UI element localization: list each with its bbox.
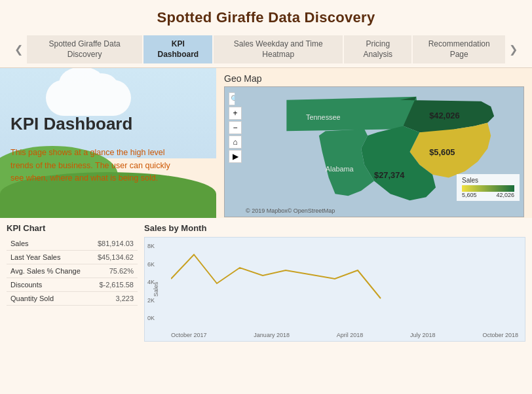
kpi-row-label: Last Year Sales xyxy=(7,251,90,264)
map-home[interactable]: ⌂ xyxy=(229,135,242,149)
y-label-8k: 8K xyxy=(147,243,155,249)
tab-spotted-giraffe[interactable]: Spotted Giraffe Data Discovery xyxy=(27,35,142,63)
legend-labels: 5,605 42,026 xyxy=(462,192,514,198)
geo-map-panel: Geo Map 🔍 + − ⌂ ▶ xyxy=(216,68,532,218)
nav-prev-arrow[interactable]: ❮ xyxy=(10,43,27,56)
kpi-table-row: Avg. Sales % Change75.62% xyxy=(7,264,138,278)
nav-tabs: Spotted Giraffe Data Discovery KPI Dashb… xyxy=(27,35,505,63)
tab-sales-heatmap[interactable]: Sales Weekday and Time Heatmap xyxy=(214,35,343,63)
kpi-description: This page shows at a glance the high lev… xyxy=(10,147,181,185)
y-axis-labels: 8K 6K 4K 2K 0K xyxy=(147,243,155,321)
alabama-label: Alabama xyxy=(326,165,354,173)
kpi-row-value: $81,914.03 xyxy=(90,237,138,251)
y-label-0k: 0K xyxy=(147,315,155,321)
map-arrow[interactable]: ▶ xyxy=(229,150,242,163)
tab-kpi-dashboard[interactable]: KPI Dashboard xyxy=(143,35,212,63)
x-label-jan18: January 2018 xyxy=(254,332,290,338)
sales-month-title: Sales by Month xyxy=(144,223,525,233)
map-credit: © 2019 Mapbox© OpenStreetMap xyxy=(246,207,335,214)
line-chart-polyline xyxy=(171,255,381,298)
legend-max: 42,026 xyxy=(496,192,514,198)
kpi-row-label: Avg. Sales % Change xyxy=(7,264,90,278)
map-zoom-in[interactable]: + xyxy=(229,107,242,120)
x-label-apr18: April 2018 xyxy=(337,332,364,338)
map-controls: + − ⌂ ▶ xyxy=(229,107,242,163)
sales-month-section: Sales by Month Sales 8K 6K 4K 2K 0K Octo… xyxy=(144,223,525,344)
kpi-row-value: $-2,615.58 xyxy=(90,278,138,292)
x-axis-labels: October 2017 January 2018 April 2018 Jul… xyxy=(171,332,518,338)
x-label-oct18: October 2018 xyxy=(482,332,518,338)
kpi-table-row: Quantity Sold3,223 xyxy=(7,292,138,306)
y-label-6k: 6K xyxy=(147,261,155,268)
kpi-table-row: Last Year Sales$45,134.62 xyxy=(7,251,138,264)
page-title: Spotted Giraffe Data Discovery xyxy=(0,9,532,26)
ga-value: $27,374 xyxy=(374,170,405,180)
kpi-row-label: Quantity Sold xyxy=(7,292,90,306)
sc-value: $5,605 xyxy=(429,147,455,157)
kpi-row-value: $45,134.62 xyxy=(90,251,138,264)
nav-next-arrow[interactable]: ❯ xyxy=(505,43,522,56)
geo-map-area[interactable]: 🔍 + − ⌂ ▶ xyxy=(224,86,524,217)
legend-min: 5,605 xyxy=(462,192,477,198)
line-chart-svg xyxy=(171,243,518,321)
x-label-oct17: October 2017 xyxy=(171,332,207,338)
bottom-content: KPI Chart Sales$81,914.03Last Year Sales… xyxy=(0,218,532,349)
tab-pricing[interactable]: Pricing Analysis xyxy=(344,35,411,63)
y-label-4k: 4K xyxy=(147,279,155,285)
legend-bar xyxy=(462,185,514,192)
page-header: Spotted Giraffe Data Discovery xyxy=(0,0,532,33)
kpi-dashboard-title: KPI Dashboard xyxy=(10,114,132,134)
legend-title: Sales xyxy=(462,177,514,184)
kpi-table-row: Sales$81,914.03 xyxy=(7,237,138,251)
map-legend: Sales 5,605 42,026 xyxy=(457,174,520,201)
y-label-2k: 2K xyxy=(147,297,155,304)
kpi-chart-section: KPI Chart Sales$81,914.03Last Year Sales… xyxy=(7,223,138,344)
kpi-row-label: Discounts xyxy=(7,278,90,292)
cloud-decoration xyxy=(46,80,131,116)
kpi-row-label: Sales xyxy=(7,237,90,251)
kpi-chart-title: KPI Chart xyxy=(7,223,138,233)
geo-map-title: Geo Map xyxy=(224,73,524,84)
x-label-jul18: July 2018 xyxy=(410,332,436,338)
nc-value: $42,026 xyxy=(429,111,459,120)
main-content: KPI Dashboard This page shows at a glanc… xyxy=(0,67,532,218)
kpi-row-value: 3,223 xyxy=(90,292,138,306)
kpi-table: Sales$81,914.03Last Year Sales$45,134.62… xyxy=(7,237,138,306)
tennessee-label: Tennessee xyxy=(306,113,341,121)
tab-recommendation[interactable]: Recommendation Page xyxy=(413,35,505,63)
nav-tabs-container: ❮ Spotted Giraffe Data Discovery KPI Das… xyxy=(0,33,532,67)
kpi-row-value: 75.62% xyxy=(90,264,138,278)
kpi-table-row: Discounts$-2,615.58 xyxy=(7,278,138,292)
left-panel: KPI Dashboard This page shows at a glanc… xyxy=(0,68,216,218)
chart-area: Sales 8K 6K 4K 2K 0K October 2017 Januar… xyxy=(144,237,525,342)
map-zoom-out[interactable]: − xyxy=(229,121,242,134)
